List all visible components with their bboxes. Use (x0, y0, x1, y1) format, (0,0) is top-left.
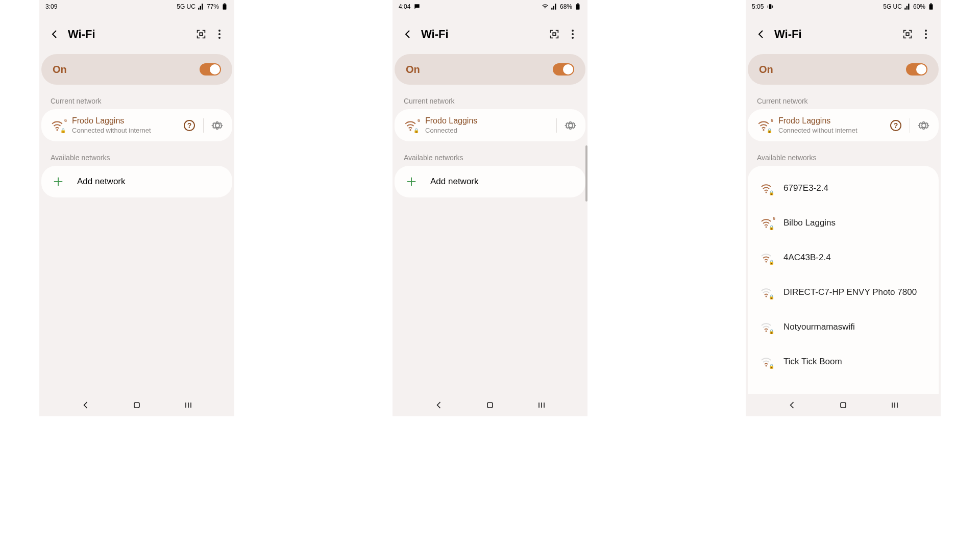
network-type: 5G UC (883, 3, 902, 10)
signal-icon (904, 3, 911, 10)
qr-scan-icon[interactable] (902, 29, 913, 40)
add-network-button[interactable]: Add network (41, 166, 232, 197)
network-name: 4AC43B-2.4 (783, 253, 831, 263)
back-icon[interactable] (48, 28, 61, 40)
wifi-icon: 6 🔒 (756, 119, 771, 132)
clock: 4:04 (399, 3, 410, 10)
network-item[interactable]: 6 🔒 Bilbo Laggins (748, 206, 939, 240)
nav-home-icon[interactable] (132, 400, 142, 410)
divider (556, 118, 557, 133)
nav-recents-icon[interactable] (890, 400, 900, 410)
current-section-label: Current network (39, 85, 234, 109)
clock: 5:05 (752, 3, 764, 10)
gear-icon[interactable] (211, 119, 224, 132)
nav-back-icon[interactable] (81, 400, 91, 410)
lock-icon: 🔒 (769, 294, 774, 299)
nav-home-icon[interactable] (485, 400, 495, 410)
plus-icon (406, 176, 417, 187)
more-icon[interactable] (567, 29, 578, 40)
network-item[interactable]: 🔒 4AC43B-2.4 (748, 240, 939, 275)
wifi-icon: 🔒 (759, 356, 773, 368)
scroll-indicator[interactable] (585, 145, 587, 202)
svg-rect-12 (577, 4, 579, 5)
phone-panel: 5:05 5G UC 60% Wi-Fi On Current network … (746, 0, 941, 416)
wifi-icon: 🔒 (759, 182, 773, 194)
wifi-6-badge: 6 (771, 118, 773, 123)
svg-rect-1 (224, 4, 226, 5)
page-title: Wi-Fi (774, 28, 895, 41)
nav-back-icon[interactable] (434, 400, 444, 410)
network-name: Tick Tick Boom (783, 357, 842, 367)
lock-icon: 🔒 (769, 225, 774, 230)
svg-point-31 (766, 296, 767, 297)
battery-icon (221, 3, 228, 10)
toggle-switch[interactable] (906, 63, 927, 76)
svg-rect-11 (576, 4, 580, 9)
network-status: Connected (425, 127, 549, 134)
svg-point-33 (766, 365, 767, 367)
status-bar: 4:04 68% (393, 0, 587, 12)
more-icon[interactable] (214, 29, 225, 40)
back-icon[interactable] (402, 28, 414, 40)
svg-rect-34 (841, 403, 846, 408)
network-name: Bilbo Laggins (783, 218, 836, 228)
current-network-card[interactable]: 6 🔒 Frodo Laggins Connected without inte… (41, 109, 232, 141)
more-icon[interactable] (920, 29, 932, 40)
qr-scan-icon[interactable] (195, 29, 207, 40)
toggle-label: On (53, 64, 67, 76)
wifi-toggle-card[interactable]: On (748, 54, 939, 85)
available-section-label: Available networks (393, 141, 587, 166)
wifi-6-badge: 6 (418, 118, 420, 123)
divider (910, 118, 910, 133)
wifi-icon: 6 🔒 (759, 217, 773, 229)
svg-rect-20 (769, 4, 772, 9)
toggle-switch[interactable] (200, 63, 221, 76)
status-bar: 3:09 5G UC 77% (39, 0, 234, 12)
phone-panel: 4:04 68% Wi-Fi On Current network 6 🔒 Fr… (393, 0, 587, 416)
current-network-card[interactable]: 6 🔒 Frodo Laggins Connected (395, 109, 585, 141)
lock-icon: 🔒 (767, 128, 772, 133)
nav-recents-icon[interactable] (536, 400, 547, 410)
battery-icon (574, 3, 581, 10)
nav-home-icon[interactable] (838, 400, 848, 410)
signal-icon (198, 3, 205, 10)
battery-text: 68% (560, 3, 572, 10)
help-icon[interactable]: ? (183, 119, 196, 132)
network-item[interactable]: 🔒 DIRECT-C7-HP ENVY Photo 7800 (748, 275, 939, 310)
back-icon[interactable] (755, 28, 767, 40)
network-item[interactable]: 🔒 Notyourmamaswifi (748, 310, 939, 344)
svg-rect-7 (134, 403, 139, 408)
gear-icon[interactable] (564, 119, 577, 132)
network-name: Notyourmamaswifi (783, 322, 855, 332)
lock-icon: 🔒 (769, 260, 774, 265)
network-name: DIRECT-C7-HP ENVY Photo 7800 (783, 287, 917, 297)
nav-recents-icon[interactable] (183, 400, 193, 410)
page-title: Wi-Fi (421, 28, 542, 41)
wifi-status-icon (542, 3, 549, 10)
wifi-icon: 🔒 (759, 286, 773, 298)
gear-icon[interactable] (917, 119, 930, 132)
wifi-icon: 🔒 (759, 321, 773, 333)
battery-text: 60% (913, 3, 925, 10)
battery-text: 77% (207, 3, 219, 10)
available-section-label: Available networks (746, 141, 941, 166)
current-network-card[interactable]: 6 🔒 Frodo Laggins Connected without inte… (748, 109, 939, 141)
nav-back-icon[interactable] (787, 400, 797, 410)
svg-text:?: ? (187, 121, 192, 130)
svg-rect-23 (929, 4, 933, 9)
toggle-switch[interactable] (553, 63, 574, 76)
wifi-6-badge: 6 (64, 118, 67, 123)
network-name: Frodo Laggins (425, 116, 549, 126)
wifi-icon: 🔒 (759, 252, 773, 264)
wifi-toggle-card[interactable]: On (395, 54, 585, 85)
add-network-label: Add network (430, 177, 479, 187)
svg-point-30 (766, 261, 767, 263)
qr-scan-icon[interactable] (549, 29, 560, 40)
network-item[interactable]: 🔒 Tick Tick Boom (748, 344, 939, 379)
wifi-toggle-card[interactable]: On (41, 54, 232, 85)
svg-rect-24 (930, 4, 932, 5)
add-network-button[interactable]: Add network (395, 166, 585, 197)
current-section-label: Current network (746, 85, 941, 109)
help-icon[interactable]: ? (889, 119, 902, 132)
network-item[interactable]: 🔒 6797E3-2.4 (748, 171, 939, 206)
